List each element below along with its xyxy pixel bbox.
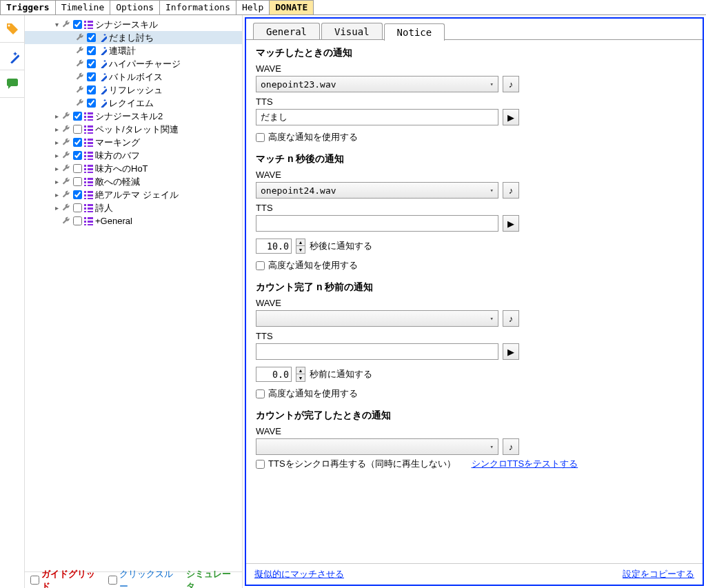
tree-row[interactable]: ▾シナジースキル	[25, 18, 242, 31]
svg-rect-67	[88, 224, 93, 225]
svg-rect-41	[88, 168, 93, 170]
advanced-notify-checkbox[interactable]	[256, 261, 265, 270]
tree-checkbox[interactable]	[72, 125, 83, 134]
wave-combo[interactable]: onepoint24.wav▾	[256, 182, 498, 199]
tree-expander[interactable]: ▸	[52, 139, 61, 146]
wave-label: WAVE	[256, 170, 693, 180]
play-sound-button[interactable]: ♪	[503, 310, 519, 327]
tree-expander[interactable]: ▸	[52, 165, 61, 172]
simulator-link[interactable]: シミュレータ	[186, 568, 236, 589]
tree-checkbox[interactable]	[85, 59, 97, 68]
play-sound-button[interactable]: ♪	[503, 182, 519, 199]
delay-spinner[interactable]: ▲▼	[296, 367, 305, 382]
tree-checkbox[interactable]	[72, 138, 83, 147]
tree-expander[interactable]: ▸	[52, 191, 61, 199]
top-tab-triggers[interactable]: Triggers	[0, 0, 56, 14]
tree-checkbox[interactable]	[72, 190, 83, 199]
tree-expander[interactable]: ▸	[52, 152, 61, 159]
tree-checkbox[interactable]	[72, 151, 83, 160]
tree-row[interactable]: リフレッシュ	[25, 83, 242, 97]
inner-tab-general[interactable]: General	[253, 23, 320, 40]
tree-checkbox[interactable]	[72, 20, 83, 29]
tts-input[interactable]	[256, 109, 498, 125]
inner-tab-notice[interactable]: Notice	[384, 23, 445, 41]
svg-rect-51	[88, 191, 93, 193]
tree-expander[interactable]: ▸	[52, 125, 61, 133]
play-tts-button[interactable]: ▶	[503, 109, 519, 125]
copy-settings-link[interactable]: 設定をコピーする	[623, 568, 694, 580]
svg-rect-53	[88, 194, 93, 196]
tree-row[interactable]: ▸味方へのHoT	[25, 162, 242, 175]
play-sound-button[interactable]: ♪	[503, 76, 519, 92]
tts-input[interactable]	[256, 343, 498, 360]
tree-row[interactable]: ▸詩人	[25, 201, 242, 214]
svg-rect-49	[88, 185, 93, 186]
inner-tab-visual[interactable]: Visual	[321, 23, 383, 40]
side-tab-wand[interactable]	[0, 43, 24, 70]
delay-input[interactable]	[256, 367, 292, 382]
wrench-icon	[61, 203, 72, 212]
tree-checkbox[interactable]	[72, 177, 83, 186]
top-tab-informations[interactable]: Informations	[159, 0, 236, 14]
group-icon	[83, 177, 94, 186]
advanced-notify-label: 高度な通知を使用する	[268, 387, 358, 400]
tree-checkbox[interactable]	[72, 164, 83, 173]
simulate-match-link[interactable]: 擬似的にマッチさせる	[254, 568, 344, 580]
tree-row[interactable]: +General	[25, 214, 242, 227]
tree-expander[interactable]: ▸	[52, 204, 61, 212]
svg-rect-11	[101, 75, 107, 81]
delay-spinner[interactable]: ▲▼	[296, 239, 305, 254]
tree-row[interactable]: ハイパーチャージ	[25, 57, 242, 70]
svg-rect-40	[84, 168, 86, 170]
side-tab-tags[interactable]	[0, 15, 24, 43]
tree-checkbox[interactable]	[85, 33, 97, 42]
sync-tts-test-link[interactable]: シンクロTTSをテストする	[472, 458, 578, 470]
trigger-tree[interactable]: ▾シナジースキルだまし討ち連環計ハイパーチャージバトルボイスリフレッシュレクイエ…	[25, 15, 242, 571]
tree-checkbox[interactable]	[85, 85, 97, 94]
top-tab-donate[interactable]: DONATE	[269, 0, 314, 14]
delay-input[interactable]	[256, 239, 292, 254]
sync-tts-checkbox[interactable]	[256, 460, 265, 469]
top-tab-help[interactable]: Help	[236, 0, 270, 14]
wave-combo[interactable]: ▾	[256, 438, 498, 455]
top-tab-options[interactable]: Options	[110, 0, 160, 14]
tree-row[interactable]: ▸絶アルテマ ジェイル	[25, 188, 242, 201]
advanced-notify-checkbox[interactable]	[256, 133, 265, 142]
tree-expander[interactable]: ▸	[52, 112, 61, 120]
tree-expander[interactable]: ▾	[52, 21, 61, 28]
side-tab-chat[interactable]	[0, 70, 24, 98]
guide-grid-checkbox[interactable]: ガイドグリッド	[30, 568, 100, 589]
tree-checkbox[interactable]	[85, 46, 97, 55]
tree-checkbox[interactable]	[85, 99, 97, 108]
tree-label: ハイパーチャージ	[108, 58, 181, 70]
play-tts-button[interactable]: ▶	[503, 215, 519, 232]
tree-label: 絶アルテマ ジェイル	[94, 189, 179, 201]
tree-row[interactable]: ▸敵への軽減	[25, 175, 242, 188]
tree-checkbox[interactable]	[72, 112, 83, 121]
tree-row[interactable]: ▸シナジースキル2	[25, 110, 242, 123]
wave-combo[interactable]: onepoint23.wav▾	[256, 76, 498, 92]
tree-row[interactable]: ▸マーキング	[25, 136, 242, 149]
tree-row[interactable]: だまし討ち	[25, 31, 242, 44]
group-icon	[83, 190, 94, 199]
advanced-notify-checkbox[interactable]	[256, 389, 265, 398]
click-through-checkbox[interactable]: クリックスルー	[108, 568, 178, 589]
tree-row[interactable]: バトルボイス	[25, 70, 242, 83]
tree-row[interactable]: ▸味方のバフ	[25, 149, 242, 162]
svg-rect-32	[84, 152, 86, 154]
tts-input[interactable]	[256, 215, 498, 232]
tree-expander[interactable]: ▸	[52, 178, 61, 185]
svg-rect-18	[84, 119, 86, 121]
top-tab-timeline[interactable]: Timeline	[55, 0, 111, 14]
tts-label: TTS	[256, 203, 693, 213]
tree-row[interactable]: ▸ペット/タレット関連	[25, 123, 242, 136]
play-tts-button[interactable]: ▶	[503, 343, 519, 360]
wave-combo[interactable]: ▾	[256, 310, 498, 327]
tts-label: TTS	[256, 97, 693, 107]
tree-checkbox[interactable]	[72, 203, 83, 212]
tree-checkbox[interactable]	[72, 216, 83, 225]
tree-checkbox[interactable]	[85, 72, 97, 81]
play-sound-button[interactable]: ♪	[503, 438, 519, 455]
tree-row[interactable]: 連環計	[25, 44, 242, 57]
tree-row[interactable]: レクイエム	[25, 97, 242, 110]
